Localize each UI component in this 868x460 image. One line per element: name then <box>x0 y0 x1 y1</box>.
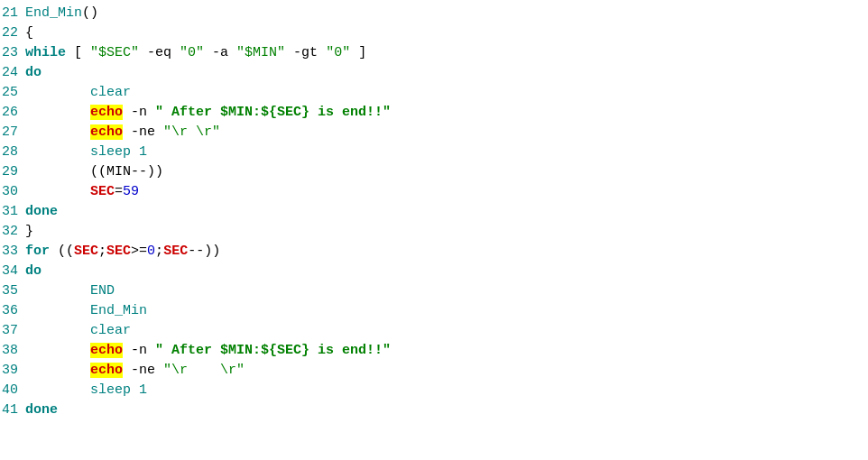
code-token: echo <box>90 105 123 120</box>
line-content: do <box>25 262 868 281</box>
code-token: "0" <box>180 45 204 60</box>
code-token: SEC <box>90 184 115 199</box>
code-token: End_Min <box>25 5 82 21</box>
code-token <box>25 85 90 100</box>
code-token: () <box>82 5 98 21</box>
line-content: { <box>25 23 868 43</box>
code-token: SEC <box>163 244 188 259</box>
code-token <box>25 124 90 140</box>
code-token: -gt <box>285 45 326 60</box>
line-number: 31 <box>0 202 25 222</box>
line-number: 35 <box>0 281 25 301</box>
line-number: 41 <box>0 400 25 420</box>
code-token: (( <box>50 244 74 259</box>
code-line: 26 echo -n " After $MIN:${SEC} is end!!" <box>0 103 868 123</box>
code-line: 34do <box>0 262 868 281</box>
code-token: SEC <box>106 244 131 259</box>
code-line: 37 clear <box>0 321 868 341</box>
code-token: " After $MIN:${SEC} is end!!" <box>155 343 391 358</box>
code-line: 32} <box>0 222 868 242</box>
code-token: --)) <box>188 244 220 259</box>
line-content: END <box>25 281 868 301</box>
code-token: echo <box>90 124 123 140</box>
code-line: 28 sleep 1 <box>0 143 868 162</box>
line-content: do <box>25 63 868 83</box>
line-content: End_Min() <box>25 4 868 23</box>
line-number: 37 <box>0 321 25 341</box>
line-content: clear <box>25 83 868 103</box>
line-number: 36 <box>0 301 25 321</box>
code-token: -n <box>123 343 155 358</box>
code-token <box>25 283 90 299</box>
code-token: do <box>25 65 42 80</box>
code-token: End_Min <box>90 303 147 318</box>
line-number: 38 <box>0 341 25 361</box>
code-line: 27 echo -ne "\r \r" <box>0 123 868 143</box>
code-line: 29 ((MIN--)) <box>0 162 868 182</box>
line-number: 33 <box>0 242 25 262</box>
code-token: -a <box>204 45 236 60</box>
code-token <box>25 382 90 398</box>
code-token: ; <box>98 244 106 259</box>
code-token: { <box>25 25 33 41</box>
code-token <box>25 164 90 179</box>
code-token <box>25 105 90 120</box>
code-token: >= <box>131 244 147 259</box>
code-token: "\r \r" <box>163 363 245 378</box>
line-content: echo -n " After $MIN:${SEC} is end!!" <box>25 341 868 361</box>
code-token <box>25 363 90 378</box>
code-line: 39 echo -ne "\r \r" <box>0 361 868 381</box>
line-content: End_Min <box>25 301 868 321</box>
line-content: done <box>25 202 868 222</box>
line-number: 32 <box>0 222 25 242</box>
code-token <box>25 323 90 338</box>
line-number: 40 <box>0 381 25 400</box>
line-number: 25 <box>0 83 25 103</box>
code-line: 23while [ "$SEC" -eq "0" -a "$MIN" -gt "… <box>0 43 868 63</box>
code-token: done <box>25 402 58 418</box>
line-number: 28 <box>0 143 25 162</box>
code-token: sleep 1 <box>90 382 147 398</box>
code-token: clear <box>90 323 131 338</box>
line-content: sleep 1 <box>25 381 868 400</box>
line-number: 27 <box>0 123 25 143</box>
code-line: 40 sleep 1 <box>0 381 868 400</box>
code-token: echo <box>90 343 123 358</box>
code-token: echo <box>90 363 123 378</box>
line-content: clear <box>25 321 868 341</box>
code-line: 25 clear <box>0 83 868 103</box>
code-line: 33for ((SEC;SEC>=0;SEC--)) <box>0 242 868 262</box>
line-content: sleep 1 <box>25 143 868 162</box>
code-line: 41done <box>0 400 868 420</box>
code-token: clear <box>90 85 131 100</box>
code-token: = <box>115 184 123 199</box>
line-number: 21 <box>0 4 25 23</box>
code-token: -n <box>123 105 155 120</box>
line-content: SEC=59 <box>25 182 868 202</box>
line-number: 29 <box>0 162 25 182</box>
code-token: 0 <box>147 244 155 259</box>
code-line: 30 SEC=59 <box>0 182 868 202</box>
code-token: ((MIN--)) <box>90 164 163 179</box>
code-token: END <box>90 283 115 299</box>
line-number: 34 <box>0 262 25 281</box>
code-token: SEC <box>74 244 98 259</box>
line-content: done <box>25 400 868 420</box>
code-line: 24do <box>0 63 868 83</box>
code-token: } <box>25 224 33 239</box>
line-content: ((MIN--)) <box>25 162 868 182</box>
code-token: "$MIN" <box>236 45 285 60</box>
line-content: while [ "$SEC" -eq "0" -a "$MIN" -gt "0"… <box>25 43 868 63</box>
code-editor: 21End_Min()22{23while [ "$SEC" -eq "0" -… <box>0 0 868 424</box>
line-content: } <box>25 222 868 242</box>
code-line: 31done <box>0 202 868 222</box>
code-line: 38 echo -n " After $MIN:${SEC} is end!!" <box>0 341 868 361</box>
line-content: echo -ne "\r \r" <box>25 361 868 381</box>
code-line: 22{ <box>0 23 868 43</box>
code-line: 35 END <box>0 281 868 301</box>
code-token: for <box>25 244 50 259</box>
line-number: 30 <box>0 182 25 202</box>
code-token: "$SEC" <box>90 45 139 60</box>
code-token <box>25 144 90 160</box>
code-token: "\r \r" <box>163 124 220 140</box>
